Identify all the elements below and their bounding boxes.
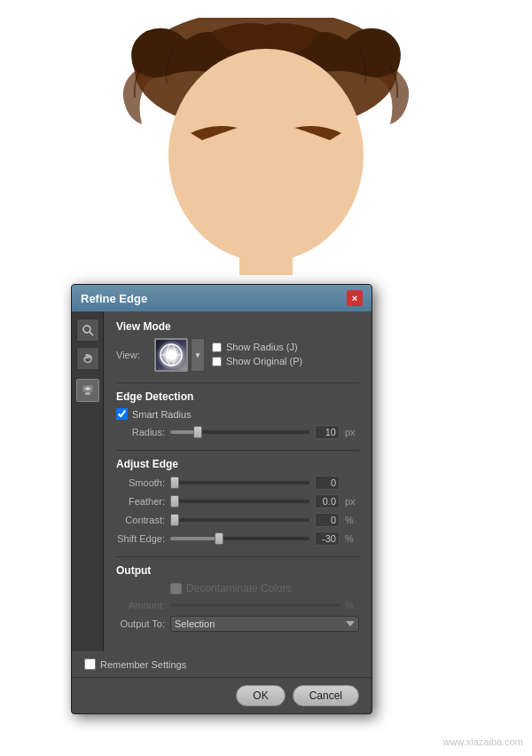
face-illustration — [98, 18, 434, 275]
output-to-row: Output To: Selection Layer Mask New Laye… — [116, 616, 359, 632]
show-radius-row[interactable]: Show Radius (J) — [212, 342, 302, 352]
remember-settings-label: Remember Settings — [100, 659, 186, 670]
smart-radius-label: Smart Radius — [132, 409, 192, 420]
divider-1 — [116, 382, 359, 383]
contrast-unit: % — [345, 515, 359, 525]
svg-point-1 — [168, 49, 364, 262]
view-preview-inner — [156, 340, 186, 370]
smooth-label: Smooth: — [116, 477, 165, 488]
remember-settings-row[interactable]: Remember Settings — [72, 651, 372, 677]
feather-label: Feather: — [116, 496, 165, 507]
adjust-edge-title: Adjust Edge — [116, 458, 359, 470]
radius-label: Radius: — [116, 427, 165, 437]
output-to-label: Output To: — [116, 618, 165, 629]
smooth-slider-track[interactable] — [170, 481, 309, 484]
contrast-slider-thumb[interactable] — [170, 514, 179, 526]
amount-slider-track — [170, 603, 340, 607]
shift-edge-unit: % — [345, 533, 359, 544]
view-mode-title: View Mode — [116, 320, 359, 333]
smooth-slider-row: Smooth: 0 — [116, 476, 359, 490]
radius-slider-row: Radius: 10 px — [116, 425, 359, 439]
brush-tool-button[interactable] — [76, 379, 99, 402]
smart-radius-row[interactable]: Smart Radius — [116, 408, 359, 420]
view-dropdown-button[interactable]: ▼ — [191, 338, 205, 372]
show-original-label: Show Original (P) — [226, 356, 302, 366]
output-section: Output Decontaminate Colors Amount: % — [116, 564, 359, 632]
svg-point-3 — [83, 326, 90, 333]
shift-edge-slider-track[interactable] — [170, 537, 309, 540]
view-checkboxes: Show Radius (J) Show Original (P) — [212, 338, 302, 366]
radius-slider-thumb[interactable] — [193, 426, 202, 438]
shift-edge-slider-fill — [170, 537, 219, 540]
decontaminate-label-row[interactable]: Decontaminate Colors — [170, 582, 359, 595]
output-title: Output — [116, 564, 359, 577]
smooth-slider-thumb[interactable] — [170, 476, 179, 489]
svg-rect-2 — [239, 253, 293, 275]
amount-slider-row: Amount: % — [116, 600, 359, 610]
feather-slider-row: Feather: 0.0 px — [116, 494, 359, 508]
svg-rect-6 — [85, 392, 90, 395]
dialog-content: View Mode View: — [104, 311, 372, 651]
feather-value[interactable]: 0.0 — [315, 494, 340, 508]
adjust-edge-section: Adjust Edge Smooth: 0 Feather: — [116, 458, 359, 546]
feather-slider-thumb[interactable] — [170, 495, 179, 508]
decontaminate-row: Decontaminate Colors — [116, 582, 359, 595]
edge-detection-title: Edge Detection — [116, 390, 359, 403]
svg-line-4 — [90, 332, 93, 335]
feather-unit: px — [345, 496, 359, 507]
shift-edge-value[interactable]: -30 — [315, 532, 340, 546]
dialog-titlebar: Refine Edge × — [72, 285, 372, 311]
radius-slider-track[interactable] — [170, 430, 309, 434]
radius-unit: px — [345, 427, 359, 437]
decontaminate-label: Decontaminate Colors — [186, 582, 292, 595]
decontaminate-checkbox — [170, 583, 182, 595]
contrast-slider-row: Contrast: 0 % — [116, 513, 359, 527]
amount-unit: % — [345, 600, 359, 610]
ok-button[interactable]: OK — [236, 685, 285, 706]
radius-value[interactable]: 10 — [315, 425, 340, 439]
output-to-select[interactable]: Selection Layer Mask New Layer New Layer… — [170, 616, 359, 632]
show-original-checkbox[interactable] — [212, 357, 222, 366]
watermark: www.xiazaiba.com — [443, 736, 523, 747]
show-radius-checkbox[interactable] — [212, 343, 222, 352]
smooth-value[interactable]: 0 — [315, 476, 340, 490]
edge-detection-section: Edge Detection Smart Radius Radius: 10 p… — [116, 390, 359, 439]
contrast-label: Contrast: — [116, 515, 165, 525]
divider-2 — [116, 450, 359, 451]
contrast-slider-track[interactable] — [170, 518, 309, 522]
close-button[interactable]: × — [347, 290, 363, 306]
dialog-title: Refine Edge — [81, 292, 147, 305]
refine-edge-dialog: Refine Edge × — [71, 284, 372, 714]
contrast-value[interactable]: 0 — [315, 513, 340, 527]
left-toolbar — [72, 311, 104, 651]
cancel-button[interactable]: Cancel — [293, 685, 359, 706]
remember-settings-checkbox[interactable] — [84, 658, 96, 670]
show-radius-label: Show Radius (J) — [226, 342, 298, 352]
feather-slider-track[interactable] — [170, 500, 309, 503]
hand-tool-button[interactable] — [76, 347, 99, 370]
show-original-row[interactable]: Show Original (P) — [212, 356, 302, 366]
amount-label: Amount: — [116, 600, 165, 610]
dialog-footer: OK Cancel — [72, 677, 372, 713]
divider-3 — [116, 556, 359, 557]
view-mode-section: View Mode View: — [116, 320, 359, 372]
dialog-body: View Mode View: — [72, 311, 372, 651]
shift-edge-slider-row: Shift Edge: -30 % — [116, 532, 359, 546]
view-preview-thumbnail[interactable] — [154, 338, 188, 372]
shift-edge-slider-thumb[interactable] — [215, 532, 223, 545]
smart-radius-checkbox[interactable] — [116, 408, 128, 420]
zoom-tool-button[interactable] — [76, 319, 99, 342]
view-label: View: — [116, 350, 152, 360]
view-mode-row: View: ▼ — [116, 338, 359, 372]
shift-edge-label: Shift Edge: — [116, 533, 165, 544]
